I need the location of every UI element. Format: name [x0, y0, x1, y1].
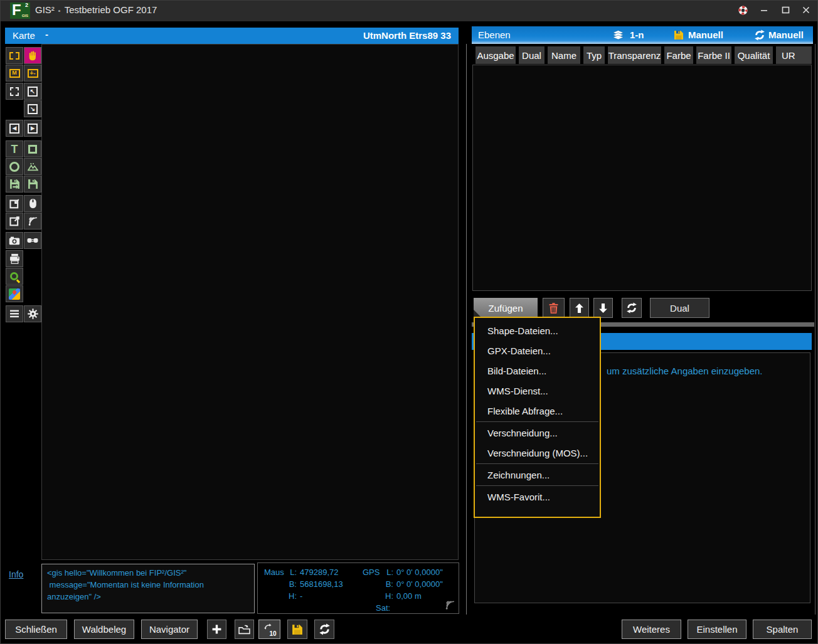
draw-circle-button[interactable]: [6, 158, 23, 175]
map-panel-menu-dash[interactable]: -: [45, 29, 48, 40]
map-canvas[interactable]: [41, 44, 459, 560]
main-menu-button[interactable]: [6, 305, 23, 322]
menu-item-shape-dateien[interactable]: Shape-Dateien...: [475, 320, 600, 340]
select-rectangle-button[interactable]: [6, 47, 23, 64]
mouse-latitude: 5681698,13: [300, 578, 343, 590]
configure-button[interactable]: Einstellen: [688, 620, 746, 639]
column-header-typ[interactable]: Typ: [583, 46, 605, 64]
connector-button[interactable]: [24, 232, 41, 249]
menu-item-gpx-dateien[interactable]: GPX-Dateien...: [475, 340, 600, 361]
camera-icon: [9, 236, 20, 245]
pan-hand-button[interactable]: [24, 47, 41, 64]
add-button[interactable]: [207, 620, 226, 639]
layers-table[interactable]: [472, 65, 812, 291]
open-folder-button[interactable]: [235, 620, 254, 639]
zoom-in-arrow-button[interactable]: ↖: [24, 83, 41, 100]
settings-gear-button[interactable]: [24, 305, 41, 322]
help-lifebuoy-button[interactable]: [735, 3, 750, 17]
close-button[interactable]: [799, 3, 814, 17]
info-xml-line3: anzuzeigen" />: [47, 591, 249, 603]
hand-icon: [28, 50, 38, 61]
column-header-ausgabe[interactable]: Ausgabe: [475, 46, 516, 64]
column-header-farbe2[interactable]: Farbe II: [696, 46, 731, 64]
add-layer-button[interactable]: Zufügen: [474, 298, 538, 318]
zoom-extent-button[interactable]: [6, 83, 23, 100]
zoom-out-arrow-button[interactable]: ↘: [24, 100, 41, 117]
refresh-mode-label[interactable]: Manuell: [768, 29, 804, 40]
arrow-se-icon: ↘: [28, 104, 38, 114]
menu-item-verschneidung[interactable]: Verschneidung...: [475, 423, 600, 443]
column-header-name[interactable]: Name: [548, 46, 580, 64]
arrow-right-icon: ▶: [28, 124, 38, 134]
reload-last-10-button[interactable]: 10: [258, 620, 280, 639]
refresh-all-button[interactable]: [314, 620, 334, 639]
menu-item-flexible-abfrage[interactable]: Flexible Abfrage...: [475, 401, 600, 421]
save-button[interactable]: [287, 620, 307, 639]
layers-icon: [612, 30, 624, 40]
navigator-button[interactable]: Navigator: [141, 620, 198, 639]
menu-item-verschneidung-mos[interactable]: Verschneidung (MOS)...: [475, 443, 600, 463]
map-export-icon: [9, 216, 20, 226]
circle-icon: [9, 162, 19, 172]
info-link[interactable]: Info: [9, 569, 23, 579]
satellite-signal-icon: [445, 599, 455, 610]
column-header-transparenz[interactable]: Transparenz: [608, 46, 661, 64]
save-arrow-icon: [9, 179, 20, 189]
panel-splitter[interactable]: [466, 44, 467, 615]
titlebar: F 2 GIS GIS²▪Testbetrieb OGF 2017: [0, 0, 818, 21]
refresh-mode-icon: [754, 29, 765, 41]
save-as-button[interactable]: [6, 176, 23, 193]
map-import-icon: [9, 198, 20, 209]
screenshot-button[interactable]: [6, 232, 23, 249]
column-header-dual[interactable]: Dual: [519, 46, 544, 64]
columns-button[interactable]: Spalten: [753, 620, 812, 639]
dual-button[interactable]: Dual: [650, 298, 709, 318]
menu-item-bild-dateien[interactable]: Bild-Dateien...: [475, 361, 600, 381]
more-button[interactable]: Weiteres: [622, 620, 681, 639]
arrow-up-icon: [575, 304, 583, 313]
add-text-button[interactable]: T: [6, 140, 23, 157]
mouse-label: Maus: [264, 566, 284, 578]
map-crs-label: UtmNorth Etrs89 33: [363, 30, 451, 41]
move-layer-down-button[interactable]: [593, 298, 613, 318]
gps-label: GPS: [363, 566, 380, 578]
menu-item-wms-dienst[interactable]: WMS-Dienst...: [475, 381, 600, 401]
refresh-icon: [319, 623, 331, 635]
gps-signal-button[interactable]: [24, 213, 41, 230]
column-header-url[interactable]: UR: [776, 46, 812, 64]
select-rectangle-icon: [9, 52, 19, 60]
mouse-mode-button[interactable]: [24, 195, 41, 212]
view-next-button[interactable]: ▶: [24, 120, 41, 137]
text-t-icon: T: [11, 144, 18, 155]
map-import-button[interactable]: [6, 195, 23, 212]
save-mode-label[interactable]: Manuell: [688, 29, 723, 40]
layer-mode-label[interactable]: 1-n: [630, 29, 644, 40]
terrain-button[interactable]: [24, 158, 41, 175]
lifebuoy-icon: [738, 5, 748, 16]
view-previous-button[interactable]: ◀: [6, 120, 23, 137]
gear-icon: [28, 309, 38, 319]
menu-item-zeichnungen[interactable]: Zeichnungen...: [475, 465, 600, 485]
minimize-button[interactable]: [757, 3, 772, 17]
zoom-plusminus-button[interactable]: +-: [24, 65, 41, 82]
google-maps-button[interactable]: [6, 285, 23, 302]
save-map-button[interactable]: [24, 176, 41, 193]
waldbeleg-button[interactable]: Waldbeleg: [74, 620, 134, 639]
plug-icon: [27, 237, 38, 244]
refresh-layers-button[interactable]: [622, 298, 642, 318]
maximize-button[interactable]: [778, 3, 793, 17]
move-layer-up-button[interactable]: [570, 298, 589, 318]
gps-latitude: 0° 0' 0,0000'': [396, 578, 443, 590]
delete-layer-button[interactable]: [543, 298, 565, 318]
print-button[interactable]: [6, 250, 23, 267]
window-title-app: GIS²: [35, 4, 55, 15]
qgis-button[interactable]: [6, 268, 23, 285]
map-export-button[interactable]: [6, 213, 23, 230]
column-header-farbe[interactable]: Farbe: [664, 46, 693, 64]
draw-rectangle-button[interactable]: [24, 140, 41, 157]
measure-button[interactable]: M: [6, 65, 23, 82]
column-header-qualitaet[interactable]: Qualität: [735, 46, 773, 64]
menu-item-wms-favorit[interactable]: WMS-Favorit...: [475, 487, 600, 507]
close-app-button[interactable]: Schließen: [5, 620, 67, 639]
mouse-icon: [29, 198, 37, 209]
